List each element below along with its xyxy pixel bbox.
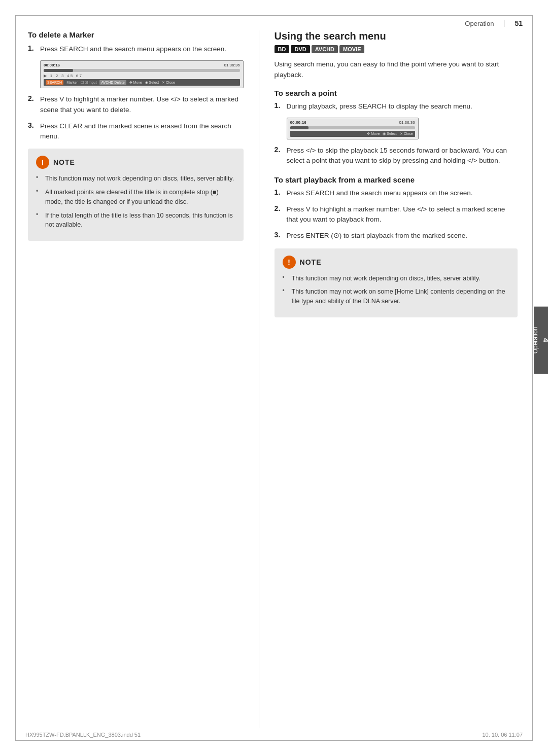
note-bullet-1: • [36, 174, 41, 181]
right-note-item-2: • This function may not work on some [Ho… [283, 287, 509, 306]
screen1-bottom-bar: SEARCH Marker ☐ ☑ Input AVCHD Delete ✥ M… [44, 79, 240, 86]
right-p2-text: Press V to highlight a marker number. Us… [287, 204, 518, 225]
note-icon-left: ! [36, 156, 49, 169]
border-right [532, 15, 533, 741]
right-note-text-2: This function may not work on some [Home… [292, 287, 509, 306]
screen1-move-label: ✥ Move [129, 81, 142, 85]
left-note-box: ! NOTE • This function may not work depe… [28, 149, 244, 241]
step-3-text: Press CLEAR and the marked scene is eras… [40, 121, 244, 142]
right-p3-num: 3. [275, 231, 283, 239]
left-note-item-3: • If the total length of the title is le… [36, 211, 235, 230]
footer-right: 10. 10. 06 11:07 [482, 732, 523, 738]
column-divider [259, 30, 259, 728]
side-tab-number: 4 [542, 338, 549, 342]
screen1-time-right: 01:36:36 [224, 63, 239, 67]
step-2-text: Press V to highlight a marker number. Us… [40, 94, 244, 115]
right-section-heading: Using the search menu [275, 30, 518, 42]
right-s2-num: 2. [275, 146, 283, 154]
page-footer: HX995TZW-FD.BPANLLK_ENG_3803.indd 51 10.… [25, 732, 523, 738]
screen2-move-label: ✥ Move [367, 132, 380, 136]
right-note-bullet-1: • [283, 274, 288, 281]
screen1-select-label: ◉ Select [145, 81, 159, 85]
sub-heading-search: To search a point [275, 89, 518, 97]
right-note-header: ! NOTE [283, 256, 509, 269]
right-s2-text: Press </> to skip the playback 15 second… [287, 146, 518, 166]
screen2-time-right: 01:36:36 [399, 120, 415, 125]
screen2-bottom-bar: ✥ Move ◉ Select ✕ Close [290, 131, 415, 137]
sub-heading-playback-text: To start playback from a marked scene [275, 175, 415, 184]
step-1-number: 1. [28, 44, 36, 52]
badge-dvd: DVD [291, 45, 310, 53]
badge-avchd: AVCHD [312, 45, 338, 53]
screen1-input-label: ☐ ☑ Input [81, 81, 96, 85]
screen2-progress [290, 126, 415, 129]
screen-mockup-1: 00:00:16 01:36:36 ▶ 1 2 3 4 5 6 7 SEARCH… [40, 60, 244, 88]
right-s1-num: 1. [275, 101, 283, 110]
footer-left: HX995TZW-FD.BPANLLK_ENG_3803.indd 51 [25, 732, 141, 738]
right-playback-step-1: 1. Press SEARCH and the search menu appe… [275, 188, 518, 198]
right-note-item-1: • This function may not work depending o… [283, 274, 509, 283]
screen-mockup-2: 00:00:16 01:36:36 ✥ Move ◉ Select ✕ Clos… [287, 118, 419, 139]
step-1-text: Press SEARCH and the search menu appears… [40, 44, 226, 54]
left-note-title: NOTE [53, 158, 75, 166]
screen1-marker-label: Marker [66, 81, 78, 84]
right-s1-text: During playback, press SEARCH to display… [287, 101, 472, 112]
screen2-time-left: 00:00:16 [290, 120, 306, 125]
left-note-item-2: • All marked points are cleared if the t… [36, 188, 235, 207]
right-search-step-1: 1. During playback, press SEARCH to disp… [275, 101, 518, 112]
sub-heading-playback: To start playback from a marked scene [275, 175, 518, 184]
right-note-bullet-2: • [283, 287, 288, 294]
note-icon-right: ! [283, 256, 296, 269]
right-note-text-1: This function may not work depending on … [292, 274, 481, 283]
note-bullet-3: • [36, 211, 41, 218]
left-note-text-3: If the total length of the title is less… [45, 211, 235, 230]
side-tab-label: Operation [532, 327, 539, 354]
right-p3-text: Press ENTER (⊙) to start playback from t… [287, 231, 467, 241]
header-divider [504, 20, 504, 27]
page-header: Operation 51 [465, 19, 523, 27]
screen1-btn-delete: AVCHD Delete [99, 80, 126, 85]
left-note-item-1: • This function may not work depending o… [36, 174, 235, 184]
left-step-1: 1. Press SEARCH and the search menu appe… [28, 44, 244, 54]
badge-movie: MOVIE [339, 45, 364, 53]
border-top [15, 15, 533, 16]
border-left [15, 15, 16, 741]
left-note-header: ! NOTE [36, 156, 235, 169]
screen1-close-label: ✕ Close [162, 81, 175, 85]
badge-row: BD DVD AVCHD MOVIE [275, 45, 518, 53]
screen1-markers: ▶ 1 2 3 4 5 6 7 [44, 74, 240, 78]
screen1-progress-fill [44, 69, 73, 72]
left-step-2: 2. Press V to highlight a marker number.… [28, 94, 244, 115]
right-note-title: NOTE [300, 258, 322, 266]
right-description: Using search menu, you can easy to find … [275, 59, 518, 81]
screen1-btn-search: SEARCH [46, 80, 63, 85]
left-section-heading: To delete a Marker [28, 30, 244, 39]
step-3-number: 3. [28, 121, 36, 129]
screen2-select-label: ◉ Select [383, 132, 396, 136]
right-p2-num: 2. [275, 204, 283, 212]
screen1-progress [44, 69, 240, 72]
right-column: Using the search menu BD DVD AVCHD MOVIE… [275, 30, 518, 728]
right-playback-step-2: 2. Press V to highlight a marker number.… [275, 204, 518, 225]
border-bottom [15, 740, 533, 741]
right-p1-num: 1. [275, 188, 283, 196]
content-area: To delete a Marker 1. Press SEARCH and t… [28, 30, 518, 728]
right-search-step-2: 2. Press </> to skip the playback 15 sec… [275, 146, 518, 166]
header-page-number: 51 [515, 19, 523, 27]
left-note-text-2: All marked points are cleared if the tit… [45, 188, 235, 207]
note-bullet-2: • [36, 188, 41, 195]
screen1-markers-text: ▶ 1 2 3 4 5 6 7 [44, 74, 82, 78]
step-2-number: 2. [28, 94, 36, 102]
left-column: To delete a Marker 1. Press SEARCH and t… [28, 30, 244, 728]
right-note-box: ! NOTE • This function may not work depe… [275, 248, 518, 317]
right-p1-text: Press SEARCH and the search menu appears… [287, 188, 473, 198]
header-section: Operation [465, 20, 494, 27]
left-note-text-1: This function may not work depending on … [45, 174, 234, 184]
right-playback-step-3: 3. Press ENTER (⊙) to start playback fro… [275, 231, 518, 241]
side-operation-tab: 4 Operation [534, 307, 548, 374]
left-step-3: 3. Press CLEAR and the marked scene is e… [28, 121, 244, 142]
screen1-time-left: 00:00:16 [44, 63, 60, 67]
screen2-progress-fill [290, 126, 309, 129]
badge-bd: BD [275, 45, 290, 53]
screen2-close-label: ✕ Close [400, 132, 413, 136]
